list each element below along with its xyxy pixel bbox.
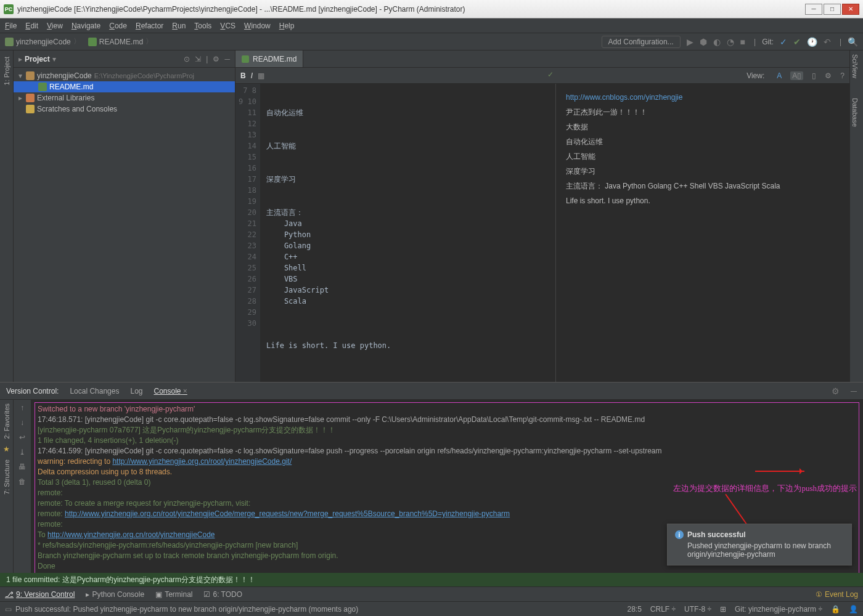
menu-view[interactable]: View (47, 22, 63, 30)
menu-code[interactable]: Code (109, 22, 127, 30)
menu-navigate[interactable]: Navigate (72, 22, 100, 30)
breadcrumb[interactable]: README.md〉 (88, 36, 155, 47)
console-toolbar: ↑ ↓ ↩ ⤓ 🖶 🗑 (14, 400, 31, 573)
preview-line: 深度学习 (566, 164, 840, 179)
preview-line: 主流语言： Java Python Golang C++ Shell VBS J… (566, 179, 840, 193)
console-line: [yinzhengjie-pycharm 07a7677] 这是Pycharm的… (38, 425, 856, 436)
markdown-icon (88, 38, 97, 46)
status-icon: ▭ (5, 605, 12, 614)
project-panel: ▸ Project ▾ ⊙ ⇲ | ⚙ ─ ▾yinzhengjieCodeE:… (14, 51, 235, 382)
status-lock-icon[interactable]: 🔒 (831, 605, 840, 614)
tw-terminal[interactable]: ▣ Terminal (155, 590, 192, 599)
window-title: yinzhengjieCode [E:\YinzhengjieCode\Pych… (17, 5, 465, 14)
gear-icon[interactable]: ⚙ (825, 71, 832, 80)
up-icon[interactable]: ↑ (20, 403, 24, 412)
project-panel-title: Project (25, 55, 50, 63)
status-eol[interactable]: CRLF ÷ (650, 605, 676, 614)
print-icon[interactable]: 🖶 (18, 463, 26, 471)
console-line: 17:46:41.599: [yinzhengjieCode] git -c c… (38, 446, 856, 456)
status-bar: ▭ Push successful: Pushed yinzhengjie-py… (0, 601, 863, 616)
debug-icon[interactable]: ⬢ (700, 37, 707, 47)
git-revert-icon[interactable]: ↶ (824, 37, 831, 47)
tree-item[interactable]: ▾yinzhengjieCodeE:\YinzhengjieCode\Pycha… (14, 70, 235, 81)
tree-item[interactable]: README.md (14, 81, 235, 92)
editor-code[interactable]: 自动化运维 人工智能 深度学习 主流语言： Java Python Golang… (260, 84, 556, 382)
view-split-icon[interactable]: A▯ (790, 71, 803, 80)
gear-icon[interactable]: ⚙ (832, 386, 840, 396)
tw-python-console[interactable]: ▸ Python Console (86, 590, 144, 599)
menu-edit[interactable]: Edit (25, 22, 38, 30)
hide-icon[interactable]: ─ (224, 55, 230, 63)
status-indent-icon[interactable]: ⊞ (720, 605, 726, 614)
table-icon[interactable]: ▦ (258, 71, 264, 80)
console-line: Switched to a new branch 'yinzhengjie-py… (38, 404, 856, 415)
run-icon[interactable]: ▶ (687, 37, 693, 47)
structure-tab[interactable]: 7: Structure (2, 456, 12, 498)
preview-line: 尹正杰到此一游！！！！ (566, 105, 840, 120)
coverage-icon[interactable]: ◐ (713, 37, 721, 47)
editor-tabs: README.md (235, 51, 849, 68)
favorites-tab[interactable]: 2: Favorites (2, 400, 12, 442)
help-icon[interactable]: ? (840, 71, 845, 80)
tw-version-control[interactable]: ⎇ 9: Version Control (5, 590, 75, 599)
notification-popup[interactable]: iPush successful Pushed yinzhengjie-pych… (667, 524, 852, 565)
vc-tab-local[interactable]: Local Changes (70, 387, 119, 395)
bold-button[interactable]: B (240, 71, 246, 80)
clear-icon[interactable]: 🗑 (18, 477, 26, 486)
git-commit-icon[interactable]: ✔ (793, 37, 801, 47)
search-icon[interactable]: 🔍 (848, 37, 858, 47)
stop-icon[interactable]: ■ (740, 37, 745, 47)
view-preview-icon[interactable]: ▯ (812, 71, 816, 80)
view-label: View: (746, 71, 764, 80)
add-configuration-button[interactable]: Add Configuration... (602, 36, 681, 48)
tree-item[interactable]: Scratches and Consoles (14, 103, 235, 115)
tree-item[interactable]: ▸External Libraries (14, 92, 235, 103)
vc-tab-console[interactable]: Console × (153, 387, 187, 395)
folder-icon: ▸ (18, 55, 22, 63)
git-update-icon[interactable]: ✓ (780, 37, 787, 47)
database-tab[interactable]: Database (850, 94, 860, 131)
menu-window[interactable]: Window (244, 22, 271, 30)
menu-tools[interactable]: Tools (194, 22, 211, 30)
preview-link[interactable]: http://www.cnblogs.com/yinzhengjie (566, 93, 682, 102)
editor-toolbar: B I ▦ ✓ View: A A▯ ▯ ⚙ ? (235, 68, 849, 84)
minimize-button[interactable]: ─ (805, 4, 822, 15)
tw-todo[interactable]: ☑ 6: TODO (203, 590, 242, 599)
close-button[interactable]: ✕ (842, 4, 859, 15)
sciview-tab[interactable]: SciView (850, 51, 860, 82)
maximize-button[interactable]: □ (824, 4, 841, 15)
project-tool-tab[interactable]: 1: Project (2, 53, 12, 89)
vc-tab-log[interactable]: Log (130, 387, 142, 395)
expand-icon[interactable]: ⇲ (195, 55, 201, 63)
star-icon: ★ (3, 445, 10, 453)
breadcrumb[interactable]: yinzhengjieCode〉 (5, 36, 83, 47)
info-icon: i (675, 530, 684, 539)
menu-run[interactable]: Run (172, 22, 186, 30)
console-line: 17:46:18.571: [yinzhengjieCode] git -c c… (38, 415, 856, 425)
preview-line: 自动化运维 (566, 134, 840, 149)
gear-icon[interactable]: ⚙ (213, 55, 219, 63)
status-encoding[interactable]: UTF-8 ÷ (684, 605, 711, 614)
profile-icon[interactable]: ◔ (727, 37, 734, 47)
markdown-icon (242, 55, 249, 63)
console-line: remote: http://www.yinzhengjie.org.cn/ro… (38, 509, 856, 519)
git-history-icon[interactable]: 🕐 (807, 37, 817, 47)
menu-refactor[interactable]: Refactor (136, 22, 163, 30)
collapse-icon[interactable]: ⊙ (184, 55, 190, 63)
wrap-icon[interactable]: ↩ (19, 433, 25, 442)
status-hector-icon[interactable]: 👤 (849, 605, 858, 614)
down-icon[interactable]: ↓ (20, 418, 24, 427)
left-tool-strip-lower: 2: Favorites ★ 7: Structure (0, 400, 14, 573)
menu-vcs[interactable]: VCS (220, 22, 235, 30)
hide-icon[interactable]: ─ (851, 386, 857, 396)
editor-tab[interactable]: README.md (235, 51, 303, 67)
view-text-icon[interactable]: A (777, 71, 782, 80)
italic-button[interactable]: I (251, 71, 253, 80)
status-message: Push successful: Pushed yinzhengjie-pych… (15, 605, 358, 614)
tw-event-log[interactable]: ① Event Log (816, 590, 858, 599)
menu-help[interactable]: Help (279, 22, 295, 30)
menu-file[interactable]: File (5, 22, 17, 30)
status-git[interactable]: Git: yinzhengjie-pycharm ÷ (735, 605, 822, 614)
status-position[interactable]: 28:5 (627, 605, 641, 614)
scroll-icon[interactable]: ⤓ (19, 448, 25, 456)
